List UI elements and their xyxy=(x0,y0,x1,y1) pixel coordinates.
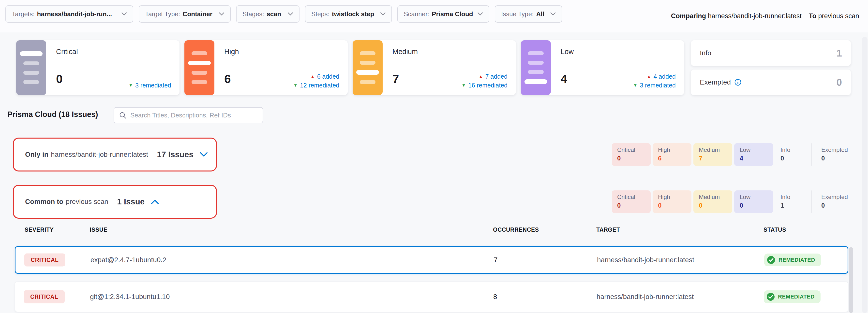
status-badge: REMEDIATED xyxy=(764,253,821,266)
issue-name: git@1:2.34.1-1ubuntu1.10 xyxy=(90,293,170,301)
page-scrollbar-track[interactable] xyxy=(862,37,868,313)
check-circle-icon xyxy=(767,255,776,264)
low-added-link[interactable]: ▲ 4 added xyxy=(633,72,676,81)
info-card: Info 1 xyxy=(691,40,851,66)
triangle-up-icon: ▲ xyxy=(311,74,315,79)
chevron-down-icon xyxy=(550,12,556,16)
targets-dropdown[interactable]: Targets: harness/bandit-job-run... xyxy=(5,5,133,23)
filter-bar: Targets: harness/bandit-job-run... Targe… xyxy=(5,5,562,23)
critical-card-count: 0 xyxy=(56,72,63,86)
triangle-up-icon: ▲ xyxy=(647,74,651,79)
column-header-occurrences: OCCURRENCES xyxy=(493,227,539,233)
high-card: High 6 ▲ 6 added ▼ 12 remediated xyxy=(184,40,348,95)
comparing-scan: previous scan xyxy=(818,12,859,20)
column-header-issue: ISSUE xyxy=(90,227,107,233)
status-badge: REMEDIATED xyxy=(764,290,820,303)
high-added-link[interactable]: ▲ 6 added xyxy=(293,72,339,81)
steps-dropdown[interactable]: Steps: twistlock step xyxy=(305,5,392,23)
low-remediated-link[interactable]: ▼ 3 remediated xyxy=(633,81,676,90)
exempted-chip: Exempted 0 xyxy=(816,190,858,213)
info-card-count: 1 xyxy=(837,48,842,59)
low-card-label: Low xyxy=(561,48,676,56)
chevron-down-icon xyxy=(288,12,293,16)
only-in-group-header[interactable]: Only in harness/bandit-job-runner:latest… xyxy=(13,138,217,172)
common-to-prefix: Common to xyxy=(25,198,63,206)
low-chip: Low 4 xyxy=(734,143,773,166)
critical-card-label: Critical xyxy=(56,48,171,56)
target-type-dropdown-value: Container xyxy=(183,10,212,18)
triangle-down-icon: ▼ xyxy=(633,83,637,88)
medium-card: Medium 7 ▲ 7 added ▼ 16 remediated xyxy=(352,40,516,95)
target-name: harness/bandit-job-runner:latest xyxy=(596,293,694,301)
common-to-target-name: previous scan xyxy=(66,198,108,206)
check-circle-icon xyxy=(766,292,775,301)
only-in-target-name: harness/bandit-job-runner:latest xyxy=(51,150,148,159)
stages-dropdown[interactable]: Stages: scan xyxy=(236,5,300,23)
critical-remediated-link[interactable]: ▼ 3 remediated xyxy=(129,81,171,90)
chevron-down-icon xyxy=(380,12,385,16)
table-row[interactable]: CRITICAL git@1:2.34.1-1ubuntu1.10 8 harn… xyxy=(15,282,848,312)
exempted-chip: Exempted 0 xyxy=(816,143,858,166)
common-to-severity-chips: Critical 0 High 0 Medium 0 Low 0 Info 1 … xyxy=(612,190,858,213)
table-row[interactable]: CRITICAL expat@2.4.7-1ubuntu0.2 7 harnes… xyxy=(15,246,848,274)
search-icon xyxy=(119,111,126,119)
critical-card: Critical 0 ▼ 3 remediated xyxy=(16,40,180,95)
exempted-card: Exempted 0 xyxy=(691,70,851,95)
target-type-dropdown-label: Target Type: xyxy=(145,10,180,18)
high-chip: High 0 xyxy=(653,190,691,213)
triangle-down-icon: ▼ xyxy=(129,83,133,88)
target-type-dropdown[interactable]: Target Type: Container xyxy=(139,5,231,23)
common-to-group-header[interactable]: Common to previous scan 1 Issue xyxy=(13,185,217,219)
low-card: Low 4 ▲ 4 added ▼ 3 remediated xyxy=(521,40,684,95)
table-scrollbar-thumb[interactable] xyxy=(849,247,853,313)
severity-cards: Critical 0 ▼ 3 remediated High 6 ▲ 6 add… xyxy=(16,40,684,95)
divider xyxy=(811,190,812,213)
high-card-label: High xyxy=(224,48,339,56)
comparing-target: harness/bandit-job-runner:latest xyxy=(708,12,802,20)
high-remediated-link[interactable]: ▼ 12 remediated xyxy=(293,81,339,90)
triangle-down-icon: ▼ xyxy=(462,83,466,88)
info-chip: Info 1 xyxy=(775,190,809,213)
medium-added-link[interactable]: ▲ 7 added xyxy=(462,72,507,81)
scanner-dropdown-value: Prisma Cloud xyxy=(432,10,473,18)
divider xyxy=(811,143,812,166)
medium-remediated-link[interactable]: ▼ 16 remediated xyxy=(462,81,507,90)
scanner-dropdown-label: Scanner: xyxy=(404,10,429,18)
stages-dropdown-label: Stages: xyxy=(243,10,264,18)
high-severity-icon xyxy=(184,40,214,95)
scanner-dropdown[interactable]: Scanner: Prisma Cloud xyxy=(397,5,489,23)
triangle-up-icon: ▲ xyxy=(479,74,483,79)
targets-dropdown-label: Targets: xyxy=(12,10,35,18)
issue-type-dropdown-value: All xyxy=(536,10,545,18)
stages-dropdown-value: scan xyxy=(267,10,281,18)
steps-dropdown-label: Steps: xyxy=(311,10,330,18)
common-to-issue-count: 1 Issue xyxy=(117,197,145,206)
issue-type-dropdown[interactable]: Issue Type: All xyxy=(495,5,562,23)
chevron-down-icon[interactable] xyxy=(200,152,208,157)
targets-dropdown-value: harness/bandit-job-run... xyxy=(37,10,112,18)
triangle-down-icon: ▼ xyxy=(293,83,298,88)
info-circle-icon[interactable] xyxy=(734,79,742,86)
only-in-severity-chips: Critical 0 High 6 Medium 7 Low 4 Info 0 … xyxy=(612,143,858,166)
only-in-issue-count: 17 Issues xyxy=(157,150,193,159)
chevron-down-icon xyxy=(219,12,224,16)
comparing-prefix: Comparing xyxy=(671,12,706,20)
steps-dropdown-value: twistlock step xyxy=(332,10,374,18)
info-card-label: Info xyxy=(700,49,711,57)
medium-card-count: 7 xyxy=(393,72,399,86)
critical-chip: Critical 0 xyxy=(612,190,651,213)
occurrences-count: 7 xyxy=(494,256,498,264)
exempted-card-count: 0 xyxy=(837,77,842,88)
medium-card-label: Medium xyxy=(393,48,507,56)
column-header-target: TARGET xyxy=(596,227,620,233)
low-chip: Low 0 xyxy=(734,190,773,213)
low-severity-icon xyxy=(521,40,551,95)
info-chip: Info 0 xyxy=(775,143,809,166)
critical-chip: Critical 0 xyxy=(612,143,651,166)
severity-badge: CRITICAL xyxy=(24,290,65,304)
chevron-up-icon[interactable] xyxy=(151,199,159,204)
target-name: harness/bandit-job-runner:latest xyxy=(597,256,694,264)
issue-name: expat@2.4.7-1ubuntu0.2 xyxy=(91,256,166,264)
medium-chip: Medium 0 xyxy=(693,190,732,213)
search-input[interactable] xyxy=(130,111,258,119)
